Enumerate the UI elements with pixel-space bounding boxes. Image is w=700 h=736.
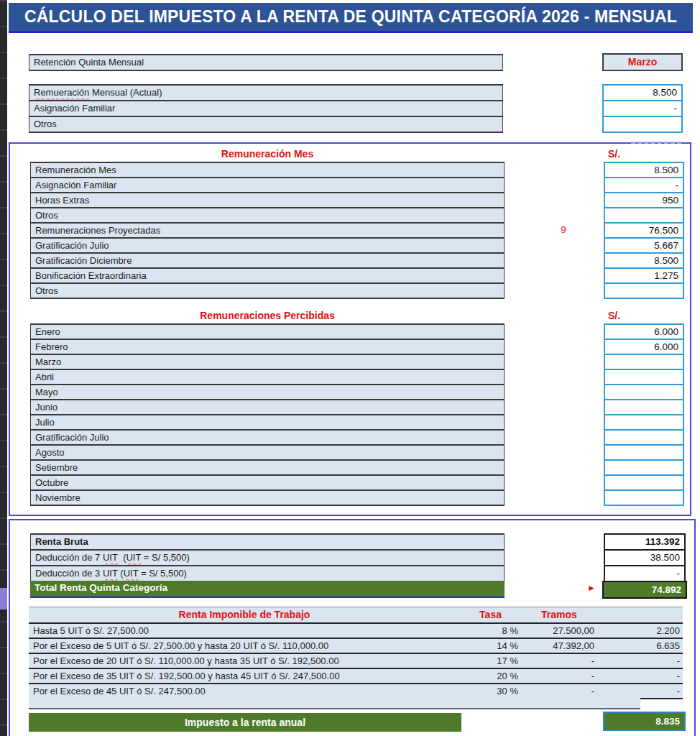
row-label: Octubre [30, 474, 505, 491]
annual-tax-value[interactable]: 8.835 [603, 712, 686, 731]
bracket-monto: - [597, 655, 683, 667]
summary-values-column: 113.39238.500- [604, 533, 686, 582]
row-label: Agosto [30, 444, 505, 461]
bracket-tasa: 20 % [460, 670, 521, 682]
bracket-row: Hasta 5 UIT ó S/. 27,500.008 %27.500,002… [29, 624, 683, 639]
cell-value[interactable]: - [604, 177, 684, 193]
row-label: Julio [30, 414, 505, 431]
bracket-tramo: - [521, 670, 597, 682]
percibidas-section-header: Remuneraciones Percibidas [30, 309, 505, 322]
bracket-monto: - [597, 670, 683, 682]
misspelled-word: UIT [103, 552, 118, 563]
tax-bracket-table: Renta Imponible de Trabajo Tasa Tramos H… [29, 607, 683, 699]
cell-value[interactable]: 1.275 [604, 267, 684, 284]
row-label: Mayo [30, 384, 505, 400]
cell-value[interactable] [604, 384, 684, 400]
scrollbar-thumb[interactable] [0, 588, 7, 610]
misspelled-word: UIT [124, 568, 139, 579]
row-label: Asignación Familiar [29, 100, 503, 117]
row-label: Remueración Mensual (Actual) [29, 84, 503, 101]
projection-section-box: Remuneración Mes S/. Remuneración MesAsi… [9, 142, 691, 516]
cell-value[interactable] [604, 414, 684, 431]
row-label: Otros [30, 282, 505, 299]
cell-value[interactable]: 5.667 [604, 237, 684, 254]
cell-value[interactable]: 6.000 [604, 339, 684, 355]
bracket-row: Por el Exceso de 20 UIT ó S/. 110,000.00… [29, 654, 683, 669]
row-label: Junio [30, 399, 505, 415]
row-label: Gratificación Julio [30, 237, 505, 254]
cell-value[interactable] [604, 282, 684, 299]
cell-value[interactable] [604, 207, 684, 224]
percibidas-labels-column: EneroFebreroMarzoAbrilMayoJunioJulioGrat… [30, 323, 505, 506]
bracket-header-label: Renta Imponible de Trabajo [29, 609, 460, 621]
cell-value[interactable] [604, 474, 684, 491]
cell-value[interactable]: 6.000 [604, 323, 684, 340]
row-label: Otros [30, 207, 505, 224]
percibidas-currency-label: S/. [608, 309, 689, 322]
copy-marquee [631, 142, 681, 144]
page-title: CÁLCULO DEL IMPUESTO A LA RENTA DE QUINT… [9, 3, 693, 33]
row-label: Marzo [30, 354, 505, 370]
misspelled-word: UIT [126, 552, 141, 563]
cell-value[interactable]: - [602, 100, 683, 117]
retencion-label: Retención Quinta Mensual [29, 54, 503, 71]
percibidas-values-column: 6.0006.000 [604, 323, 684, 506]
bracket-row: Por el Exceso de 5 UIT ó S/. 27,500.00 y… [29, 639, 683, 654]
cell-value[interactable]: 38.500 [604, 549, 686, 566]
bracket-table-header: Renta Imponible de Trabajo Tasa Tramos [29, 607, 683, 624]
months-count-note: 9 [551, 223, 576, 236]
row-label: Abril [30, 369, 505, 385]
mes-currency-label: S/. [608, 147, 689, 160]
cell-value[interactable] [604, 354, 684, 370]
mes-values-column: 8.500-95076.5005.6678.5001.275 [604, 162, 684, 299]
cell-value[interactable] [604, 399, 684, 415]
misspelled-word: UIT [103, 568, 118, 579]
bracket-label: Por el Exceso de 35 UIT ó S/. 192,500.00… [29, 670, 460, 682]
row-label: Otros [29, 116, 503, 133]
pointer-arrow-icon: ► [587, 584, 596, 592]
total-renta-bar: Total Renta Quinta Categoría [30, 581, 505, 598]
bracket-tasa: 17 % [460, 655, 521, 667]
bracket-tasa: 14 % [460, 640, 521, 652]
row-label: Remuneración Mes [30, 162, 505, 178]
cell-value[interactable] [604, 444, 684, 461]
bracket-tramo: 27.500,00 [521, 625, 597, 637]
cell-value[interactable]: - [604, 565, 686, 582]
total-renta-value[interactable]: 74.892 [602, 581, 687, 599]
top-values-column: 8.500- [602, 84, 683, 133]
cell-value[interactable] [604, 429, 684, 446]
cell-value[interactable] [602, 116, 683, 133]
bracket-header-tasa: Tasa [460, 609, 521, 621]
tax-computation-section-box: Renta BrutaDeducción de 7 UIT (UIT = S/ … [9, 519, 696, 736]
row-label: Deducción de 7 UIT (UIT = S/ 5,500) [30, 549, 505, 566]
row-label: Gratificación Julio [30, 429, 505, 446]
row-label: Enero [30, 323, 505, 340]
cell-value[interactable]: 950 [604, 192, 684, 208]
bracket-tramo: - [521, 655, 597, 667]
spacer-row [29, 695, 640, 709]
row-label: Asignación Familiar [30, 177, 505, 193]
cell-value[interactable] [604, 369, 684, 385]
cell-value[interactable]: 113.392 [604, 533, 686, 551]
cell-value[interactable]: 8.500 [604, 162, 684, 178]
cell-value[interactable] [604, 489, 684, 506]
bracket-header-tramos: Tramos [521, 609, 597, 621]
row-label: Gratificación Diciembre [30, 252, 505, 269]
row-label: Horas Extras [30, 192, 505, 208]
row-label: Bonificación Extraordinaria [30, 267, 505, 284]
row-label: Setiembre [30, 459, 505, 476]
row-label: Febrero [30, 339, 505, 355]
cell-value[interactable]: 76.500 [604, 222, 684, 239]
row-label: Noviembre [30, 489, 505, 506]
bracket-label: Hasta 5 UIT ó S/. 27,500.00 [29, 625, 460, 637]
month-select-cell[interactable]: Marzo [602, 53, 683, 71]
bracket-tramo: 47.392,00 [521, 640, 597, 652]
bracket-label: Por el Exceso de 20 UIT ó S/. 110,000.00… [29, 655, 460, 667]
cell-value[interactable] [604, 459, 684, 476]
row-label: Deducción de 3 UIT (UIT = S/ 5,500) [30, 565, 505, 582]
mes-section-header: Remuneración Mes [30, 147, 505, 160]
row-label: Renta Bruta [30, 533, 505, 551]
cell-value[interactable]: 8.500 [602, 84, 683, 101]
bracket-monto: 2.200 [597, 625, 683, 637]
cell-value[interactable]: 8.500 [604, 252, 684, 269]
